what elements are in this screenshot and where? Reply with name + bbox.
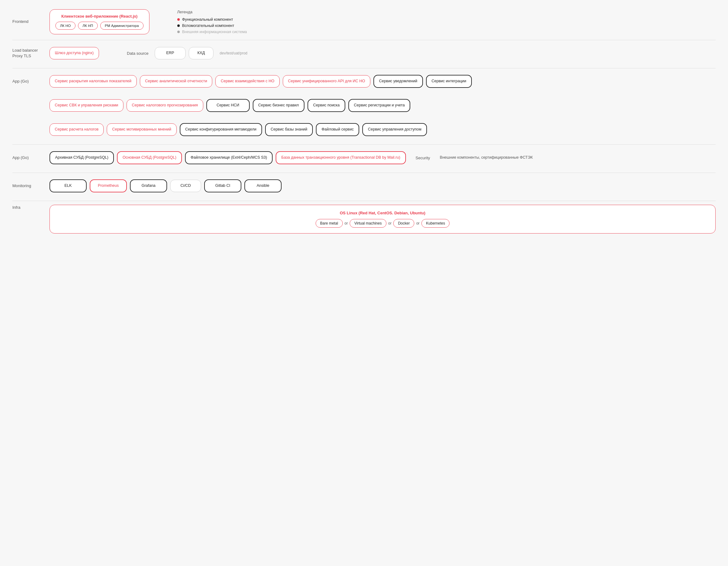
loadbalancer-content: Шлюз доступа (nginx) Data source ERP КХД… <box>50 47 716 59</box>
legend-dot-dark <box>177 24 180 27</box>
box-service-6: Сервис интеграции <box>426 75 472 88</box>
box-biznes: Сервис бизнес правил <box>253 99 304 112</box>
box-access: Сервис управления доступом <box>362 123 427 136</box>
box-file-service: Файловый сервис <box>316 123 359 136</box>
frontend-main-title: Клиентское веб-приложение (React.js) <box>61 14 137 19</box>
infra-os-title: OS Linux (Red Hat, CentOS. Debian, Ubunt… <box>340 211 425 215</box>
infra-docker: Docker <box>393 219 414 228</box>
appgo2-label: App (Go) <box>12 155 50 161</box>
box-transactional-db: База данных транзакционного уровня (Tran… <box>276 151 406 164</box>
legend-label-2: Внешняя информационная система <box>182 30 247 34</box>
monitoring-content: ELK Prometheus Grafana Ci/CD Gitlab CI A… <box>50 179 716 192</box>
box-gitlab: Gitlab CI <box>204 179 241 192</box>
box-service-4: Сервис унифицированного API для ИС НО <box>283 75 370 88</box>
appgo1-label: App (Go) <box>12 79 50 84</box>
box-service-3: Сервис взаимодействия с НО <box>215 75 279 88</box>
box-baza-znany: Сервис базы знаний <box>265 123 313 136</box>
box-reg: Сервис регистрации и учета <box>348 99 411 112</box>
or-2: or <box>388 221 392 226</box>
frontend-content: Клиентское веб-приложение (React.js) ЛК … <box>50 9 716 34</box>
legend-dot-gray <box>177 31 180 33</box>
box-prometheus: Prometheus <box>90 179 127 192</box>
security-text: Security <box>409 153 437 163</box>
infra-content: OS Linux (Red Hat, CentOS. Debian, Ubunt… <box>50 205 716 234</box>
legend-dot-red <box>177 18 180 21</box>
box-svk: Сервис СВК и управления рисками <box>50 99 123 112</box>
box-main-db: Основная СУБД (PostgreSQL) <box>117 151 182 164</box>
legend: Легенда Функциональный компонент Вспомог… <box>177 10 247 34</box>
infra-bare-metal: Bare metal <box>316 219 343 228</box>
box-file-storage: Файловое хранилище (Ext4/Ceph/MCS S3) <box>185 151 273 164</box>
box-cicd: Ci/CD <box>170 180 201 192</box>
divider-1 <box>12 40 716 40</box>
box-service-5: Сервис уведомлений <box>373 75 423 88</box>
appgo1b-content: Сервис СВК и управления рисками Сервис н… <box>50 99 716 112</box>
box-elk: ELK <box>50 179 87 192</box>
sub-box-lkno: ЛК НО <box>55 22 75 30</box>
infra-wrapper: OS Linux (Red Hat, CentOS. Debian, Ubunt… <box>50 205 716 234</box>
infra-sub-row: Bare metal or Virtual machines or Docker… <box>316 219 450 228</box>
appgo2-content: Архивная СУБД (PostgreSQL) Основная СУБД… <box>50 151 716 164</box>
box-archive-db: Архивная СУБД (PostgreSQL) <box>50 151 114 164</box>
frontend-row: Frontend Клиентское веб-приложение (Reac… <box>12 9 716 34</box>
dev-test-label: dev/test/uat/prod <box>220 51 247 55</box>
data-source-label: Data source <box>127 51 149 56</box>
frontend-label: Frontend <box>12 19 50 24</box>
or-1: or <box>345 221 348 226</box>
diagram: Frontend Клиентское веб-приложение (Reac… <box>12 9 716 234</box>
box-service-1: Сервис раскрытия налоговых показателей <box>50 75 137 88</box>
box-raschet: Сервис расчета налогов <box>50 123 104 136</box>
infra-kubernetes: Kubernetes <box>421 219 450 228</box>
or-3: or <box>416 221 420 226</box>
frontend-wrapper: Клиентское веб-приложение (React.js) ЛК … <box>50 9 149 34</box>
box-service-2: Сервис аналитической отчетности <box>140 75 213 88</box>
infra-label: Infra <box>12 205 50 210</box>
box-poisk: Сервис поиска <box>308 99 345 112</box>
legend-item-0: Функциональный компонент <box>177 17 247 22</box>
appgo1c-content: Сервис расчета налогов Сервис мотивирова… <box>50 123 716 136</box>
box-motiv: Сервис мотивированных мнений <box>107 123 176 136</box>
appgo2-row: App (Go) Архивная СУБД (PostgreSQL) Осно… <box>12 149 716 167</box>
legend-item-1: Вспомогательный компонент <box>177 24 247 28</box>
appgo1-content: Сервис раскрытия налоговых показателей С… <box>50 75 716 88</box>
erp-box: ERP <box>155 47 186 59</box>
divider-2 <box>12 68 716 68</box>
monitoring-label: Monitoring <box>12 183 50 189</box>
legend-label-1: Вспомогательный компонент <box>182 24 234 28</box>
nginx-box: Шлюз доступа (nginx) <box>50 47 99 59</box>
legend-label-0: Функциональный компонент <box>182 17 233 22</box>
box-ansible: Ansible <box>244 179 282 192</box>
sub-box-lknp: ЛК НП <box>78 22 98 30</box>
box-nalog-prog: Сервис налогового прогнозирования <box>127 99 203 112</box>
frontend-sub-boxes: ЛК НО ЛК НП PM Администратора <box>55 22 144 30</box>
appgo1-row: App (Go) Сервис раскрытия налоговых пока… <box>12 72 716 91</box>
legend-title: Легенда <box>177 10 247 14</box>
appgo1c-row: Сервис расчета налогов Сервис мотивирова… <box>12 120 716 139</box>
kxd-box: КХД <box>189 47 213 59</box>
external-components: Внешние компоненты, сертифицированные ФС… <box>440 155 533 161</box>
box-nsi: Сервис НСИ <box>206 99 250 112</box>
box-config: Сервис конфигурирования метамодели <box>180 123 262 136</box>
divider-4 <box>12 173 716 173</box>
loadbalancer-label: Load balancer Proxy TLS <box>12 48 50 59</box>
sub-box-pm: PM Администратора <box>100 22 144 30</box>
monitoring-row: Monitoring ELK Prometheus Grafana Ci/CD … <box>12 177 716 195</box>
box-grafana: Grafana <box>130 179 167 192</box>
infra-virtual-machines: Virtual machines <box>350 219 386 228</box>
appgo1b-row: Сервис СВК и управления рисками Сервис н… <box>12 96 716 115</box>
loadbalancer-row: Load balancer Proxy TLS Шлюз доступа (ng… <box>12 44 716 63</box>
infra-row: Infra OS Linux (Red Hat, CentOS. Debian,… <box>12 205 716 234</box>
legend-item-2: Внешняя информационная система <box>177 30 247 34</box>
